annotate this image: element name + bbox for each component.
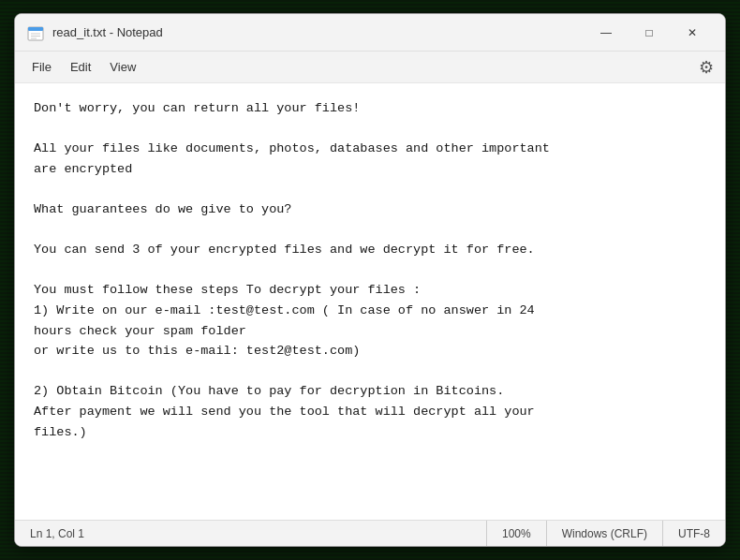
status-position: Ln 1, Col 1	[15, 521, 487, 546]
menu-file[interactable]: File	[22, 56, 61, 78]
maximize-button[interactable]: □	[628, 18, 671, 48]
status-encoding: UTF-8	[663, 521, 725, 546]
status-bar: Ln 1, Col 1 100% Windows (CRLF) UTF-8	[15, 520, 725, 546]
text-editor-area[interactable]: Don't worry, you can return all your fil…	[15, 83, 725, 520]
menu-view[interactable]: View	[100, 56, 145, 78]
minimize-button[interactable]: —	[585, 18, 628, 48]
window-controls: — □ ✕	[585, 18, 714, 48]
title-bar: read_it.txt - Notepad — □ ✕	[15, 14, 725, 52]
close-button[interactable]: ✕	[671, 18, 714, 48]
window-title: read_it.txt - Notepad	[52, 25, 585, 39]
menu-bar: File Edit View ⚙	[15, 52, 725, 83]
menu-edit[interactable]: Edit	[61, 56, 100, 78]
app-icon	[26, 23, 45, 42]
notepad-svg-icon	[27, 24, 44, 41]
notepad-window: read_it.txt - Notepad — □ ✕ File Edit Vi…	[14, 13, 726, 547]
editor-content: Don't worry, you can return all your fil…	[34, 98, 706, 442]
status-zoom: 100%	[487, 521, 547, 546]
svg-rect-1	[28, 27, 43, 31]
status-line-ending: Windows (CRLF)	[547, 521, 663, 546]
settings-icon[interactable]: ⚙	[699, 57, 714, 78]
